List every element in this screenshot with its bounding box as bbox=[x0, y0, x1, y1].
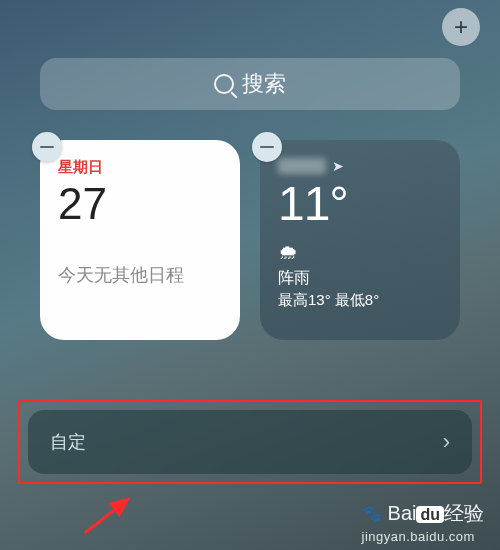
plus-icon: + bbox=[454, 13, 468, 41]
weather-temperature: 11° bbox=[278, 176, 442, 231]
customize-button[interactable]: 自定 › bbox=[28, 410, 472, 474]
weather-widget[interactable]: ➤ 11° 🌧 阵雨 最高13° 最低8° bbox=[260, 140, 460, 340]
minus-icon bbox=[40, 146, 54, 149]
search-placeholder: 搜索 bbox=[242, 69, 286, 99]
remove-widget-button[interactable] bbox=[252, 132, 282, 162]
search-icon bbox=[214, 74, 234, 94]
chevron-right-icon: › bbox=[443, 429, 450, 455]
weather-condition: 阵雨 bbox=[278, 268, 442, 289]
weather-location: ➤ bbox=[278, 158, 442, 174]
annotation-arrow-icon bbox=[80, 495, 140, 535]
minus-icon bbox=[260, 146, 274, 149]
location-arrow-icon: ➤ bbox=[332, 158, 344, 174]
paw-icon: 🐾 bbox=[362, 504, 382, 523]
rain-icon: 🌧 bbox=[278, 241, 442, 264]
search-input[interactable]: 搜索 bbox=[40, 58, 460, 110]
calendar-widget[interactable]: 星期日 27 今天无其他日程 bbox=[40, 140, 240, 340]
watermark-brand-box: du bbox=[416, 506, 444, 523]
svg-line-0 bbox=[85, 499, 128, 533]
watermark-brand-pre: Bai bbox=[388, 502, 417, 524]
watermark-brand-post: 经验 bbox=[444, 502, 484, 524]
annotation-highlight-box: 自定 › bbox=[18, 400, 482, 484]
calendar-weekday: 星期日 bbox=[58, 158, 222, 177]
weather-high-low: 最高13° 最低8° bbox=[278, 291, 442, 310]
add-widget-button[interactable]: + bbox=[442, 8, 480, 46]
calendar-note: 今天无其他日程 bbox=[58, 263, 222, 287]
widget-row: 星期日 27 今天无其他日程 ➤ 11° 🌧 阵雨 最高13° 最低8° bbox=[40, 140, 460, 340]
watermark-url: jingyan.baidu.com bbox=[362, 529, 484, 544]
remove-widget-button[interactable] bbox=[32, 132, 62, 162]
calendar-date: 27 bbox=[58, 179, 222, 229]
customize-label: 自定 bbox=[50, 430, 86, 454]
watermark: 🐾 Baidu经验 jingyan.baidu.com bbox=[362, 500, 484, 544]
location-name-blurred bbox=[278, 158, 326, 174]
